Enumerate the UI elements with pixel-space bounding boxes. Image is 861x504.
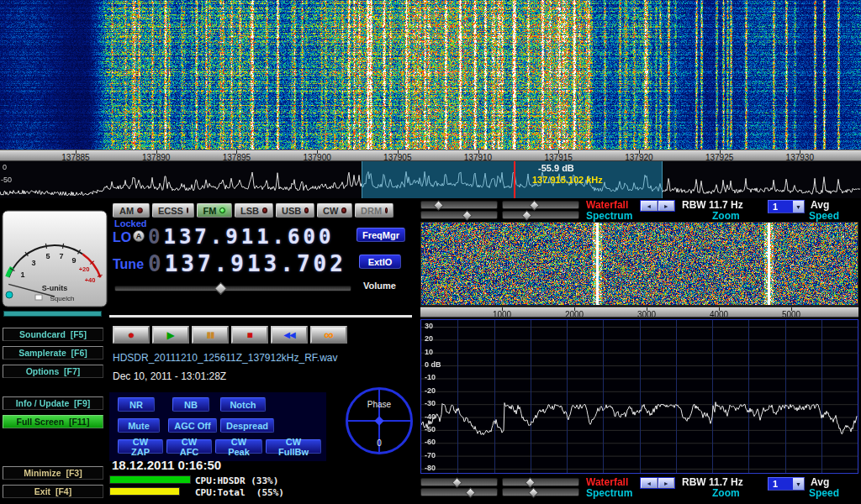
ruler-tick-label: 4000 xyxy=(710,310,728,318)
chevron-down-icon[interactable]: ▼ xyxy=(793,478,804,490)
minimize-button[interactable]: Minimize [F3] xyxy=(3,466,103,480)
squelch-marker[interactable] xyxy=(35,295,42,300)
cursor-frequency-readout: 137.915.102 kHz xyxy=(532,175,603,185)
waterfall-brightness-slider[interactable] xyxy=(420,478,498,486)
spectrum-offset-slider[interactable] xyxy=(502,488,579,496)
notch-button[interactable]: Notch xyxy=(220,397,266,412)
avg-select[interactable]: 1 ▼ xyxy=(768,477,805,491)
waterfall-brightness-slider[interactable] xyxy=(420,201,498,209)
rbw-readout: RBW 11.7 Hz xyxy=(682,199,743,211)
tune-frequency-display[interactable]: 0137.913.702 xyxy=(148,251,346,276)
mode-fm-led xyxy=(219,207,225,213)
spectrum-range-slider[interactable] xyxy=(420,211,498,219)
ruler-tick-label: 137910 xyxy=(464,153,492,161)
lo-a-badge[interactable]: A xyxy=(133,230,145,242)
audio-waterfall-display[interactable] xyxy=(421,223,858,305)
avg-select[interactable]: 1 ▼ xyxy=(768,200,805,213)
mode-cw-button[interactable]: CW xyxy=(317,203,352,218)
phase-scope: Phase 0 xyxy=(346,387,413,454)
soundcard-button[interactable]: Soundcard [F5] xyxy=(3,328,103,341)
audio-waterfall-frame xyxy=(420,222,858,306)
scroll-right-button[interactable]: ► xyxy=(658,201,675,211)
squelch-level-bar[interactable] xyxy=(3,311,102,317)
waterfall-contrast-slider[interactable] xyxy=(502,478,579,486)
audio-spectrum-display[interactable] xyxy=(421,320,858,473)
exit-button[interactable]: Exit [F4] xyxy=(3,485,103,498)
db-axis-0: 0 xyxy=(3,163,7,171)
cw-zap-button[interactable]: CW ZAP xyxy=(118,439,163,454)
options-button[interactable]: Options [F7] xyxy=(3,365,103,378)
spectrum-offset-slider[interactable] xyxy=(502,211,579,219)
nr-button[interactable]: NR xyxy=(118,397,155,412)
slider-thumb[interactable] xyxy=(433,200,444,211)
signal-level-readout: -55.9 dB xyxy=(538,163,574,173)
mode-ecss-button[interactable]: ECSS xyxy=(152,203,194,218)
slider-thumb[interactable] xyxy=(528,487,539,498)
play-button[interactable]: ▶ xyxy=(152,326,189,344)
mode-fm-button[interactable]: FM xyxy=(197,203,232,218)
phase-center-dot xyxy=(374,416,383,425)
squelch-indicator-dot[interactable] xyxy=(6,291,13,298)
main-spectrum-strip[interactable]: 0 -50 -55.9 dB 137.915.102 kHz xyxy=(0,161,861,198)
slider-thumb[interactable] xyxy=(452,477,462,488)
chevron-down-icon[interactable]: ▼ xyxy=(793,201,804,213)
cw-peak-button[interactable]: CW Peak xyxy=(215,439,262,454)
loop-button[interactable]: ∞ xyxy=(310,326,347,344)
pause-button[interactable]: ▮▮ xyxy=(192,326,229,344)
spectrum-range-slider[interactable] xyxy=(420,488,498,496)
nb-button[interactable]: NB xyxy=(172,397,209,412)
rewind-button[interactable]: ◀◀ xyxy=(271,326,308,344)
volume-slider-thumb[interactable] xyxy=(214,282,228,296)
slider-thumb[interactable] xyxy=(465,487,476,498)
waterfall-label: Waterfall xyxy=(586,476,628,488)
samplerate-button[interactable]: Samplerate [F6] xyxy=(3,346,103,360)
mode-am-led xyxy=(137,207,143,213)
extio-button[interactable]: ExtIO xyxy=(359,255,401,269)
stop-button[interactable]: ■ xyxy=(231,326,268,344)
meter-tick-7: 7 xyxy=(59,252,63,260)
meter-tick-plus40: +40 xyxy=(85,276,96,284)
ruler-tick-label: 1000 xyxy=(493,310,511,318)
info-update-button[interactable]: Info / Update [F9] xyxy=(3,396,103,410)
waterfall-contrast-slider[interactable] xyxy=(502,201,579,209)
lo-frequency-display[interactable]: 0137.911.600 xyxy=(148,225,334,249)
mode-fm-label: FM xyxy=(203,206,217,216)
slider-thumb[interactable] xyxy=(525,477,536,488)
avg-label: Avg xyxy=(811,199,829,211)
volume-slider[interactable] xyxy=(114,286,351,291)
main-waterfall-display[interactable] xyxy=(0,0,861,150)
db-axis-50: -50 xyxy=(1,176,12,184)
scroll-right-button[interactable]: ► xyxy=(658,478,675,488)
playback-position-bar[interactable] xyxy=(109,315,412,318)
ruler-tick-label: 137920 xyxy=(625,153,652,161)
slider-thumb[interactable] xyxy=(462,210,473,221)
squelch-label: Squelch xyxy=(50,295,75,302)
record-button[interactable]: ● xyxy=(113,326,150,344)
agc-button[interactable]: AGC Off xyxy=(168,418,217,433)
despread-button[interactable]: Despread xyxy=(220,418,274,433)
zoom-passband-region[interactable] xyxy=(362,161,663,198)
slider-thumb[interactable] xyxy=(521,210,532,221)
cw-fullbw-button[interactable]: CW FullBw xyxy=(266,439,321,454)
stop-icon: ■ xyxy=(246,329,252,341)
full-screen-button[interactable]: Full Screen [F11] xyxy=(3,415,103,428)
freqmgr-button[interactable]: FreqMgr xyxy=(357,228,405,242)
main-frequency-ruler[interactable]: 1378851378901378951379001379051379101379… xyxy=(0,150,861,161)
tune-label: Tune xyxy=(113,257,144,272)
ruler-tick-label: 137925 xyxy=(705,153,733,161)
mode-lsb-button[interactable]: LSB xyxy=(235,203,273,218)
right-controls-top: Waterfall Spectrum ◄ ► RBW 11.7 Hz Zoom … xyxy=(419,199,861,221)
ruler-tick-label: 2000 xyxy=(565,310,584,318)
mode-am-button[interactable]: AM xyxy=(113,203,150,218)
locked-label: Locked xyxy=(114,218,147,228)
zoom-label: Zoom xyxy=(712,487,740,499)
scroll-left-button[interactable]: ◄ xyxy=(641,201,658,211)
play-icon: ▶ xyxy=(166,329,174,341)
mode-drm-button[interactable]: DRM xyxy=(355,203,394,218)
cw-afc-button[interactable]: CW AFC xyxy=(166,439,212,454)
scroll-left-button[interactable]: ◄ xyxy=(641,478,658,488)
mode-usb-button[interactable]: USB xyxy=(276,203,314,218)
mute-button[interactable]: Mute xyxy=(118,418,160,433)
speed-label: Speed xyxy=(809,210,839,222)
slider-thumb[interactable] xyxy=(529,200,540,211)
